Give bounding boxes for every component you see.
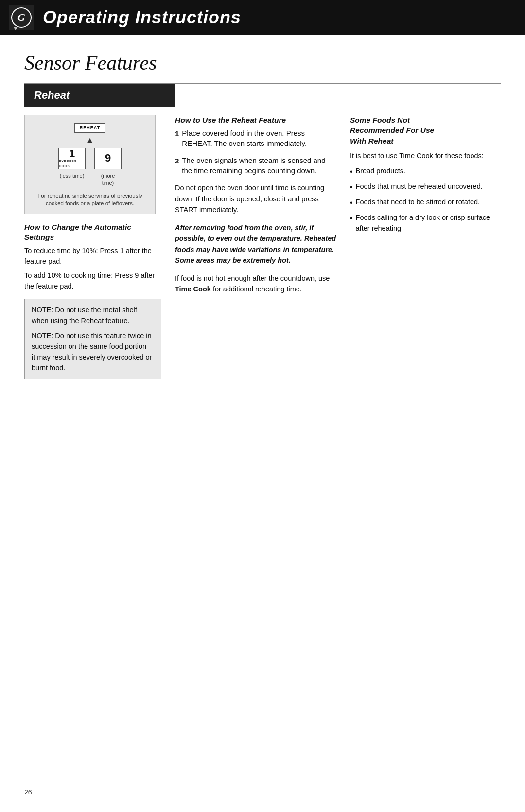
mid-para-1: Do not open the oven door until time is … bbox=[175, 182, 336, 215]
header-title: Operating Instructions bbox=[43, 5, 241, 30]
page-content: Sensor Features Reheat REHEAT ▲ 1 EXPRES… bbox=[0, 35, 525, 399]
key-1-label: EXPRESS COOK bbox=[59, 159, 85, 169]
keypad-diagram: REHEAT ▲ 1 EXPRESS COOK 9 (less time) (m… bbox=[24, 115, 156, 214]
reheat-header: Reheat bbox=[24, 84, 175, 107]
svg-text:G: G bbox=[18, 11, 25, 23]
time-cook-bold: Time Cook bbox=[175, 285, 211, 293]
bullet-2-text: Foods that must be reheated uncovered. bbox=[356, 181, 483, 193]
bullet-item-2: Foods that must be reheated uncovered. bbox=[350, 181, 501, 193]
bullet-item-1: Bread products. bbox=[350, 166, 501, 178]
left-column: REHEAT ▲ 1 EXPRESS COOK 9 (less time) (m… bbox=[24, 107, 175, 380]
italic-bold-warning: After removing food from the oven, stir,… bbox=[175, 222, 336, 266]
keypad-row: 1 EXPRESS COOK 9 bbox=[31, 148, 149, 169]
ge-logo-icon: G bbox=[9, 5, 34, 30]
step-1: 1 Place covered food in the oven. Press … bbox=[175, 128, 336, 148]
keypad-top: REHEAT bbox=[31, 123, 149, 133]
bullet-3-text: Foods that need to be stirred or rotated… bbox=[356, 197, 480, 209]
left-para-2: To add 10% to cooking time: Press 9 afte… bbox=[24, 271, 161, 292]
right-heading-line1: Some Foods Not bbox=[350, 116, 410, 124]
note-1: NOTE: Do not use the metal shelf when us… bbox=[32, 305, 154, 326]
mid-para-2-part2: for additional reheating time. bbox=[211, 285, 302, 293]
less-time-label: (less time) bbox=[58, 172, 86, 187]
bullet-4-text: Foods calling for a dry look or crisp su… bbox=[356, 213, 501, 234]
mid-heading: How to Use the Reheat Feature bbox=[175, 115, 336, 126]
key-1-number: 1 bbox=[69, 148, 75, 159]
key-1-box: 1 EXPRESS COOK bbox=[58, 148, 86, 169]
note-box: NOTE: Do not use the metal shelf when us… bbox=[24, 299, 161, 380]
step-2: 2 The oven signals when steam is sensed … bbox=[175, 155, 336, 176]
key-9-number: 9 bbox=[105, 151, 111, 166]
right-heading-line2: Recommended For Use bbox=[350, 126, 434, 134]
bullet-list: Bread products. Foods that must be rehea… bbox=[350, 166, 501, 234]
step-2-text: The oven signals when steam is sensed an… bbox=[182, 155, 336, 176]
more-time-label: (more time) bbox=[94, 172, 122, 187]
main-columns: REHEAT ▲ 1 EXPRESS COOK 9 (less time) (m… bbox=[24, 107, 501, 380]
right-column: Some Foods Not Recommended For Use With … bbox=[350, 107, 501, 238]
page-header: G Operating Instructions bbox=[0, 0, 525, 35]
reheat-key: REHEAT bbox=[74, 123, 105, 133]
bullet-item-3: Foods that need to be stirred or rotated… bbox=[350, 197, 501, 209]
right-heading-line3: With Reheat bbox=[350, 137, 393, 145]
mid-para-2: If food is not hot enough after the coun… bbox=[175, 273, 336, 295]
key-9-box: 9 bbox=[94, 148, 122, 169]
step-1-num: 1 bbox=[175, 128, 179, 148]
keypad-labels: (less time) (more time) bbox=[31, 172, 149, 187]
step-2-num: 2 bbox=[175, 155, 179, 176]
right-heading: Some Foods Not Recommended For Use With … bbox=[350, 115, 501, 146]
page-number: 26 bbox=[24, 788, 32, 797]
middle-column: How to Use the Reheat Feature 1 Place co… bbox=[175, 107, 350, 302]
note-2: NOTE: Do not use this feature twice in s… bbox=[32, 331, 154, 373]
left-para-1: To reduce time by 10%: Press 1 after the… bbox=[24, 246, 161, 267]
keypad-description: For reheating single servings of previou… bbox=[31, 192, 149, 207]
step-1-text: Place covered food in the oven. Press RE… bbox=[182, 128, 336, 148]
right-intro: It is best to use Time Cook for these fo… bbox=[350, 150, 501, 161]
keypad-arrow: ▲ bbox=[31, 135, 149, 145]
mid-para-2-part1: If food is not hot enough after the coun… bbox=[175, 274, 330, 282]
left-heading-change-settings: How to Change the Automatic Settings bbox=[24, 222, 161, 243]
section-title: Sensor Features bbox=[24, 49, 501, 77]
bullet-1-text: Bread products. bbox=[356, 166, 405, 178]
bullet-item-4: Foods calling for a dry look or crisp su… bbox=[350, 213, 501, 234]
